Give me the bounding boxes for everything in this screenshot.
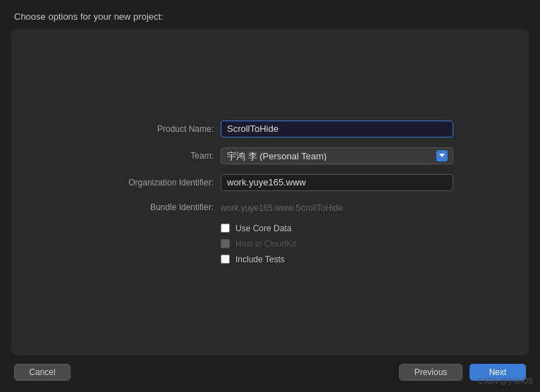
- team-select[interactable]: 宇鸿 李 (Personal Team): [221, 147, 453, 164]
- product-name-row: Product Name:: [87, 121, 453, 137]
- use-core-data-checkbox[interactable]: [221, 223, 230, 233]
- org-identifier-value: [221, 174, 453, 191]
- include-tests-label: Include Tests: [235, 255, 285, 264]
- bundle-id-text: work.yuye165.www.ScrollToHide: [221, 200, 343, 216]
- org-identifier-input[interactable]: [221, 174, 453, 191]
- host-in-cloudkit-row: Host in CloudKit: [221, 239, 453, 249]
- team-row: Team: 宇鸿 李 (Personal Team): [87, 147, 453, 164]
- use-core-data-row: Use Core Data: [221, 223, 453, 233]
- bundle-identifier-value: work.yuye165.www.ScrollToHide: [221, 201, 453, 214]
- bundle-identifier-label: Bundle Identifier:: [87, 202, 221, 212]
- dialog-title: Choose options for your new project:: [14, 11, 164, 22]
- checkboxes-section: Use Core Data Host in CloudKit Include T…: [87, 223, 453, 264]
- host-in-cloudkit-label: Host in CloudKit: [235, 239, 296, 249]
- team-select-wrapper: 宇鸿 李 (Personal Team): [221, 147, 453, 164]
- bundle-identifier-row: Bundle Identifier: work.yuye165.www.Scro…: [87, 201, 453, 214]
- watermark-text: CSDN @宇夜iOS: [478, 376, 533, 386]
- org-identifier-row: Organization Identifier:: [87, 174, 453, 191]
- product-name-input[interactable]: [221, 121, 453, 137]
- use-core-data-label: Use Core Data: [235, 223, 291, 233]
- product-name-value: [221, 121, 453, 137]
- product-name-label: Product Name:: [87, 124, 221, 134]
- include-tests-checkbox[interactable]: [221, 255, 230, 264]
- host-in-cloudkit-checkbox[interactable]: [221, 239, 230, 248]
- cancel-button[interactable]: Cancel: [14, 364, 70, 381]
- team-label: Team:: [87, 151, 221, 161]
- include-tests-row: Include Tests: [221, 255, 453, 264]
- previous-button[interactable]: Previous: [399, 364, 462, 381]
- org-identifier-label: Organization Identifier:: [87, 178, 221, 188]
